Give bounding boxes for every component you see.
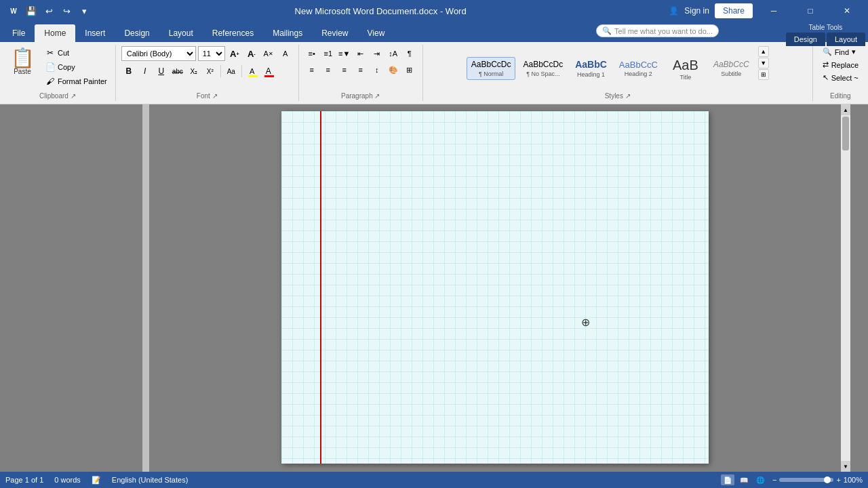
read-mode-button[interactable]: 📖 <box>737 474 751 485</box>
align-right-button[interactable]: ≡ <box>337 62 352 77</box>
decrease-indent-button[interactable]: ⇤ <box>353 46 368 61</box>
scroll-thumb[interactable] <box>842 117 849 150</box>
clipboard-group: 📋 Paste ✂ Cut 📄 Copy 🖌 Format Painter Cl… <box>0 45 116 101</box>
paragraph-expand-icon[interactable]: ↗ <box>374 92 380 100</box>
document-page[interactable]: ⊕ <box>281 111 709 464</box>
numbering-button[interactable]: ≡1 <box>321 46 336 61</box>
find-dropdown-icon: ▾ <box>852 47 856 56</box>
paste-icon: 📋 <box>11 49 35 68</box>
text-case-button[interactable]: Aa <box>224 64 239 79</box>
decrease-font-button[interactable]: A- <box>244 46 259 61</box>
styles-scroll-up[interactable]: ▲ <box>758 46 769 57</box>
italic-button[interactable]: I <box>138 64 153 79</box>
increase-font-button[interactable]: A+ <box>227 46 242 61</box>
sort-button[interactable]: ↕A <box>386 46 401 61</box>
paste-button[interactable]: 📋 Paste <box>5 46 39 78</box>
style-subtitle[interactable]: AaBbCcC Subtitle <box>709 57 754 79</box>
select-button[interactable]: ↖ Select ~ <box>818 72 863 83</box>
print-layout-button[interactable]: 📄 <box>721 474 734 485</box>
more-quick-access-button[interactable]: ▾ <box>76 3 92 19</box>
style-normal[interactable]: AaBbCcDc ¶ Normal <box>467 57 516 79</box>
style-no-space[interactable]: AaBbCcDc ¶ No Spac... <box>518 57 568 79</box>
maximize-button[interactable]: □ <box>795 0 826 22</box>
zoom-out-button[interactable]: − <box>772 476 776 484</box>
font-name-select[interactable]: Calibri (Body) <box>121 46 196 61</box>
web-layout-button[interactable]: 🌐 <box>753 474 767 485</box>
superscript-button[interactable]: X² <box>203 64 218 79</box>
close-button[interactable]: ✕ <box>831 0 863 22</box>
editing-content: 🔍 Find ▾ ⇄ Replace ↖ Select ~ <box>818 46 863 91</box>
justify-button[interactable]: ≡ <box>353 62 368 77</box>
svg-rect-3 <box>281 111 709 464</box>
select-label: Select ~ <box>831 74 859 82</box>
highlight-color-bar <box>248 75 258 77</box>
sign-in-area[interactable]: 👤 Sign in <box>669 6 709 16</box>
zoom-slider[interactable] <box>779 478 833 482</box>
styles-more[interactable]: ⊞ <box>758 69 769 80</box>
style-title[interactable]: AaB Title <box>665 54 706 83</box>
page-info: Page 1 of 1 <box>5 476 43 484</box>
highlight-icon: A <box>250 67 254 75</box>
sign-in-label[interactable]: Sign in <box>684 6 709 16</box>
tab-layout[interactable]: Layout <box>159 24 203 42</box>
font-color-button[interactable]: A <box>261 64 276 79</box>
bold-button[interactable]: B <box>121 64 136 79</box>
tab-home[interactable]: Home <box>35 24 75 42</box>
align-left-button[interactable]: ≡ <box>304 62 319 77</box>
scroll-down-button[interactable]: ▼ <box>841 461 850 472</box>
style-heading2[interactable]: AaBbCcC Heading 2 <box>614 57 663 81</box>
zoom-in-button[interactable]: + <box>836 476 840 484</box>
tab-design[interactable]: Design <box>115 24 159 42</box>
clear-format-button[interactable]: A✕ <box>261 46 276 61</box>
underline-button[interactable]: U <box>154 64 169 79</box>
language: English (United States) <box>112 476 189 484</box>
multilevel-button[interactable]: ≡▼ <box>337 46 352 61</box>
tab-mailings[interactable]: Mailings <box>263 24 312 42</box>
undo-button[interactable]: ↩ <box>41 3 57 19</box>
clipboard-expand-icon[interactable]: ↗ <box>71 92 76 100</box>
tab-review[interactable]: Review <box>312 24 357 42</box>
text-effects-button[interactable]: A <box>278 46 293 61</box>
bullets-button[interactable]: ≡• <box>304 46 319 61</box>
shading-button[interactable]: 🎨 <box>386 62 401 77</box>
find-label: Find <box>835 48 849 56</box>
font-expand-icon[interactable]: ↗ <box>212 92 218 100</box>
borders-button[interactable]: ⊞ <box>402 62 417 77</box>
tab-table-layout[interactable]: Layout <box>827 33 865 46</box>
cut-button[interactable]: ✂ Cut <box>42 46 110 60</box>
show-marks-button[interactable]: ¶ <box>402 46 417 61</box>
copy-label: Copy <box>58 63 75 71</box>
save-button[interactable]: 💾 <box>23 3 39 19</box>
cursor-cross: ⊕ <box>581 316 590 329</box>
share-button[interactable]: Share <box>715 3 753 18</box>
increase-indent-button[interactable]: ⇥ <box>370 46 384 61</box>
quick-access-toolbar: W 💾 ↩ ↪ ▾ <box>5 3 92 19</box>
scroll-up-button[interactable]: ▲ <box>841 104 850 115</box>
highlight-color-button[interactable]: A <box>245 64 260 79</box>
tab-file[interactable]: File <box>3 24 35 42</box>
tab-references[interactable]: References <box>203 24 263 42</box>
copy-button[interactable]: 📄 Copy <box>42 60 110 74</box>
tab-insert[interactable]: Insert <box>75 24 115 42</box>
divider-1 <box>220 65 221 77</box>
redo-button[interactable]: ↪ <box>58 3 75 19</box>
styles-expand-icon[interactable]: ↗ <box>625 92 631 100</box>
zoom-thumb[interactable] <box>824 476 831 483</box>
styles-scroll-down[interactable]: ▼ <box>758 58 769 68</box>
replace-button[interactable]: ⇄ Replace <box>818 59 863 70</box>
strikethrough-button[interactable]: abc <box>170 64 185 79</box>
minimize-button[interactable]: ─ <box>758 0 789 22</box>
tell-me-input[interactable]: 🔍 Tell me what you want to do... <box>596 24 719 37</box>
font-size-select[interactable]: 11 <box>198 46 225 61</box>
style-no-space-preview: AaBbCcDc <box>523 60 563 69</box>
vertical-scrollbar[interactable]: ▲ ▼ <box>841 104 850 472</box>
style-heading1[interactable]: AaBbC Heading 1 <box>570 56 612 81</box>
subscript-button[interactable]: X₂ <box>186 64 201 79</box>
format-painter-button[interactable]: 🖌 Format Painter <box>42 75 110 88</box>
align-center-button[interactable]: ≡ <box>321 62 336 77</box>
line-spacing-button[interactable]: ↕ <box>370 62 384 77</box>
editing-label: Editing <box>830 91 851 100</box>
tab-view[interactable]: View <box>358 24 395 42</box>
tab-table-design[interactable]: Design <box>786 33 825 46</box>
scroll-track <box>841 115 850 461</box>
